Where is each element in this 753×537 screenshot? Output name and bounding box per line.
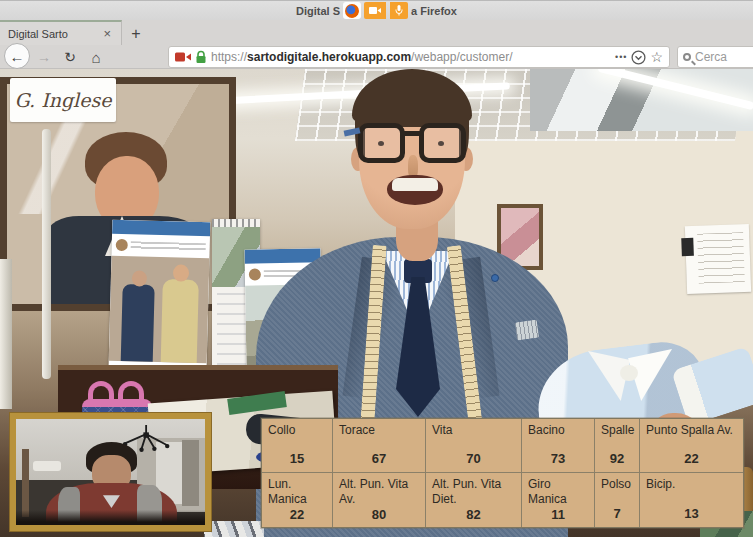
page-actions-icon[interactable]: ••• [615,52,627,62]
note-text-lines [697,232,745,284]
measurement-label: Alt. Pun. Vita Av. [339,477,419,507]
avatar [116,239,128,251]
measurement-label: Vita [432,423,515,438]
measurement-cell-punto-spalla: Punto Spalla Av. 22 [640,419,743,473]
back-button[interactable]: ← [4,43,30,69]
bookmark-star-icon[interactable]: ☆ [650,49,663,65]
measurement-label: Lun. Manica [268,477,326,507]
measurement-value: 70 [432,451,515,466]
measurement-value: 80 [339,507,419,522]
measurement-cell-giro-manica: Giro Manica 11 [522,473,595,527]
remote-video-feed: #Checco2alone #pittiuomo [0,69,753,537]
url-text[interactable]: https://sartodigitale.herokuapp.com/weba… [211,50,611,64]
man-navy-suit [121,284,155,362]
instagram-photo-two-men [109,256,210,364]
wall-note-paper [685,224,751,294]
measurement-cell-spalle: Spalle 92 [595,419,640,473]
tab-bar: Digital Sarto × + [0,20,753,45]
measurement-value: 11 [528,507,588,522]
url-protocol: https:// [211,50,247,64]
measurement-label: Bacino [528,423,588,438]
measurement-value: 13 [646,506,737,521]
url-bar[interactable]: https://sartodigitale.herokuapp.com/weba… [168,46,670,68]
window-title-left: Digital S [296,5,340,17]
measurement-value: 22 [646,451,737,466]
reload-button[interactable]: ↻ [60,45,80,69]
measurement-label: Polso [601,477,633,492]
camera-sharing-icon[interactable] [364,2,386,19]
measurement-cell-bicip: Bicip. 13 [640,473,743,527]
measurement-value: 67 [339,451,419,466]
instagram-header-bar [244,248,320,263]
measurement-value: 22 [268,507,326,522]
rack-pole-left [0,259,12,409]
bag-pink-trim [82,399,152,407]
tailor-teeth [392,178,438,191]
screen-share-camera-icon[interactable] [175,51,191,63]
measurement-label: Collo [268,423,326,438]
new-tab-button[interactable]: + [123,23,149,45]
url-domain: sartodigitale.herokuapp.com [247,50,411,64]
home-button[interactable]: ⌂ [86,45,106,69]
selfcam-shadow [16,510,205,525]
measurement-label: Torace [339,423,419,438]
measurement-value: 73 [528,451,588,466]
self-video-preview [10,413,211,531]
tab-close-icon[interactable]: × [101,26,113,41]
profile-text-lines [131,241,206,251]
measurement-cell-bacino: Bacino 73 [522,419,595,473]
measurement-label: Giro Manica [528,477,588,507]
window-title-right: a Firefox [411,5,457,17]
tab-digital-sarto[interactable]: Digital Sarto × [0,20,122,45]
man-cream-jacket [161,279,199,363]
measurement-label: Spalle [601,423,633,438]
measurement-cell-collo: Collo 15 [262,419,333,473]
measurement-cell-polso: Polso 7 [595,473,640,527]
pocket-square [515,320,539,341]
microphone-sharing-icon[interactable] [390,2,408,19]
measurement-cell-vita: Vita 70 [426,419,522,473]
pocket-icon[interactable] [631,50,646,65]
avatar [249,268,261,280]
measurement-value: 15 [268,451,326,466]
calendar-spiral [212,219,260,227]
measurement-label: Punto Spalla Av. [646,423,737,438]
search-icon [683,53,691,61]
instagram-profile-row [111,234,210,259]
selfcam-air-conditioner [33,461,61,471]
measurement-cell-torace: Torace 67 [333,419,426,473]
firefox-icon [343,2,361,19]
search-box[interactable] [677,46,753,68]
navigation-toolbar: ← → ↻ ⌂ https://sartodigitale.herokuapp.… [0,45,753,69]
measurement-cell-alt-pun-vita-av: Alt. Pun. Vita Av. 80 [333,473,426,527]
measurement-cell-alt-pun-vita-diet: Alt. Pun. Vita Diet. 82 [426,473,522,527]
camera-glyph [369,6,381,15]
glasses-bridge [404,131,420,136]
glasses-right-lens [419,123,466,163]
padlock-icon[interactable] [195,50,207,64]
measurement-value: 92 [601,451,633,466]
microphone-glyph [395,5,403,16]
lapel-pin [491,274,499,282]
selfcam-door-frame [22,449,30,517]
firefox-window: Digital S a Firefox Digital Sarto × + ← … [0,0,753,537]
shirt-collar-band [620,365,638,381]
firefox-globe-icon [345,4,359,18]
url-path: /webapp/customer/ [411,50,512,64]
garment-rack-pole [42,129,51,379]
measurements-table: Collo 15 Torace 67 Vita 70 Bacino 73 Spa… [261,418,744,528]
search-input[interactable] [695,50,745,64]
forward-button[interactable]: → [34,45,54,69]
glasses-left-lens [358,123,405,163]
measurement-label: Bicip. [646,477,737,492]
measurement-value: 7 [601,506,633,521]
selfcam-curtain [182,440,199,506]
measurement-label: Alt. Pun. Vita Diet. [432,477,515,507]
brand-logo: G. Inglese [10,78,116,122]
measurement-cell-lun-manica: Lun. Manica 22 [262,473,333,527]
measurement-value: 82 [432,507,515,522]
window-titlebar[interactable]: Digital S a Firefox [0,0,753,20]
clothes-pile [204,521,264,537]
tab-label: Digital Sarto [8,28,101,40]
